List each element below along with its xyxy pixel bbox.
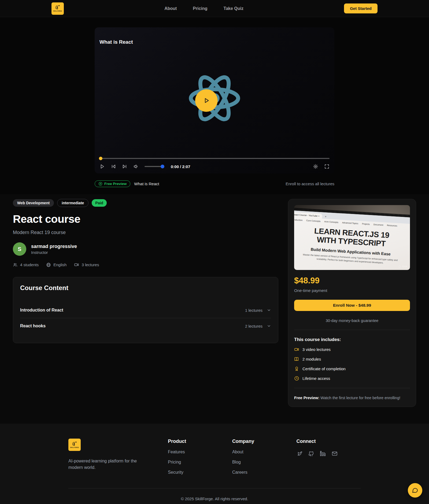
volume-slider[interactable] <box>145 166 164 167</box>
previous-lecture-button[interactable] <box>111 164 116 169</box>
footer-brand: SKILLFORGE AI-powered learning platform … <box>68 439 168 475</box>
users-icon <box>13 262 18 267</box>
course-content-heading: Course Content <box>20 284 271 292</box>
include-lifetime: Lifetime access <box>294 376 410 381</box>
module-row-intro[interactable]: Introduction of React 1 lectures <box>20 302 271 318</box>
chat-fab-button[interactable] <box>408 483 422 498</box>
volume-icon[interactable] <box>133 164 139 169</box>
twitter-icon[interactable] <box>296 451 302 457</box>
main-content: Web Development intermediate Paid React … <box>0 194 429 424</box>
mail-icon[interactable] <box>332 451 338 457</box>
avatar[interactable]: S <box>13 242 26 256</box>
footer-tagline: AI-powered learning platform for the mod… <box>68 458 138 471</box>
paid-badge[interactable]: Paid <box>92 199 107 207</box>
current-lecture-title: What is React <box>134 181 159 186</box>
seek-handle[interactable] <box>99 157 102 160</box>
students-stat: 4 students <box>13 262 39 267</box>
free-preview-note-bold: Free Preview: <box>294 396 319 400</box>
video-hero-section: What is React <box>0 17 429 194</box>
instructor-block: S sarmad progressive Instructor <box>13 242 278 256</box>
top-navbar: SKILLFORGE About Pricing Take Quiz Get S… <box>0 0 429 17</box>
language-label: English <box>53 262 66 267</box>
chevron-down-icon <box>267 324 271 328</box>
linkedin-icon[interactable] <box>320 451 326 457</box>
video-player[interactable]: What is React <box>95 27 334 173</box>
nav-link-pricing[interactable]: Pricing <box>193 6 207 11</box>
nav-link-about[interactable]: About <box>164 6 177 11</box>
nav-link-take-quiz[interactable]: Take Quiz <box>224 6 243 11</box>
badge-row: Web Development intermediate Paid <box>13 199 278 207</box>
footer-link-security[interactable]: Security <box>168 470 232 475</box>
divider <box>294 388 410 388</box>
free-preview-badge[interactable]: Free Preview <box>95 180 130 187</box>
footer-link-about[interactable]: About <box>232 450 297 454</box>
includes-heading: This course includes: <box>294 337 410 342</box>
chevron-down-icon <box>267 308 271 312</box>
footer-heading-connect: Connect <box>296 439 361 444</box>
seek-bar[interactable] <box>99 158 330 159</box>
skillforge-logo[interactable]: SKILLFORGE <box>51 2 64 15</box>
logo-wordmark: SKILLFORGE <box>53 10 62 12</box>
book-icon <box>294 357 299 362</box>
footer-column-product: Product Features Pricing Security <box>168 439 232 475</box>
footer-link-features[interactable]: Features <box>168 450 232 454</box>
volume-handle[interactable] <box>161 165 164 168</box>
logo-wordmark: SKILLFORGE <box>70 447 79 448</box>
footer-logo[interactable]: SKILLFORGE <box>68 439 81 451</box>
settings-icon[interactable] <box>313 164 318 169</box>
footer-link-careers[interactable]: Careers <box>232 470 297 475</box>
free-preview-label: Free Preview <box>104 182 127 186</box>
enroll-hint-text: Enroll to access all lectures <box>286 181 334 186</box>
play-overlay-button[interactable] <box>195 89 218 112</box>
brain-icon <box>72 442 77 446</box>
divider <box>294 330 410 330</box>
footer-heading-product: Product <box>168 439 232 444</box>
time-display: 0:00 / 2:07 <box>171 164 190 169</box>
github-icon[interactable] <box>308 451 314 457</box>
payment-note: One-time payment <box>294 288 410 293</box>
video-icon <box>294 347 299 352</box>
free-preview-note: Free Preview: Watch the first lecture fo… <box>294 395 410 401</box>
module-row-hooks[interactable]: React hooks 2 lectures <box>20 318 271 334</box>
footer-link-blog[interactable]: Blog <box>232 460 297 465</box>
language-stat: English <box>46 262 66 267</box>
brain-icon <box>55 5 60 10</box>
award-icon <box>294 366 299 371</box>
video-camera-icon <box>74 262 79 267</box>
play-circle-icon <box>98 182 102 186</box>
instructor-name: sarmad progressive <box>31 244 77 249</box>
module-lecture-count: 1 lectures <box>245 308 262 313</box>
free-preview-note-text: Watch the first lecture for free before … <box>319 396 400 400</box>
level-badge[interactable]: intermediate <box>57 199 88 207</box>
next-lecture-button[interactable] <box>122 164 127 169</box>
footer: SKILLFORGE AI-powered learning platform … <box>0 424 429 504</box>
students-count: 4 students <box>20 262 39 267</box>
instructor-role: Instructor <box>31 250 77 255</box>
play-button[interactable] <box>99 164 105 169</box>
course-stats: 4 students English 3 lectures <box>13 262 278 267</box>
module-title: Introduction of React <box>20 308 63 313</box>
lectures-count: 3 lectures <box>82 262 99 267</box>
fullscreen-icon[interactable] <box>324 164 330 169</box>
footer-link-pricing[interactable]: Pricing <box>168 460 232 465</box>
footer-column-connect: Connect <box>296 439 361 475</box>
clock-icon <box>294 376 299 381</box>
include-video-lectures: 3 video lectures <box>294 347 410 352</box>
module-lecture-count: 2 lectures <box>245 324 262 328</box>
preview-info-row: Free Preview What is React Enroll to acc… <box>95 180 334 187</box>
thumbnail-screen: React Course - YouTube × + Introduction … <box>294 208 410 270</box>
include-certificate: Certificate of completion <box>294 366 410 371</box>
guarantee-text: 30-day money-back guarantee <box>294 318 410 323</box>
play-icon <box>203 97 210 104</box>
player-controls: 0:00 / 2:07 <box>95 158 334 173</box>
get-started-button[interactable]: Get Started <box>344 3 378 13</box>
category-badge[interactable]: Web Development <box>13 199 54 207</box>
course-subtitle: Modern React 19 course <box>13 230 278 235</box>
watermark: Grok <box>398 265 407 268</box>
course-thumbnail[interactable]: React Course - YouTube × + Introduction … <box>294 205 410 270</box>
globe-icon <box>46 262 51 267</box>
page-title: React course <box>13 213 278 225</box>
chat-bubble-icon <box>412 487 418 494</box>
enroll-now-button[interactable]: Enroll Now - $48.99 <box>294 300 410 311</box>
module-list: Introduction of React 1 lectures React h… <box>20 302 271 334</box>
